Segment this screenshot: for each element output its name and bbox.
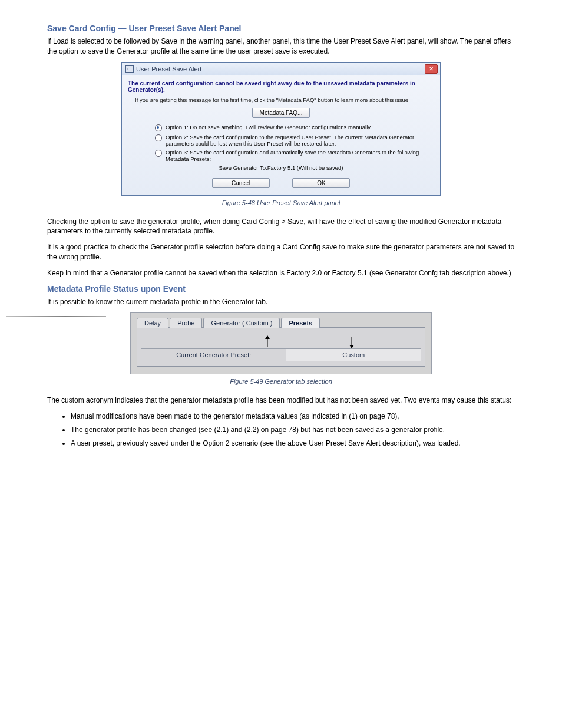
option1-label: Option 1: Do not save anything. I will r… xyxy=(166,124,372,130)
paragraph-sec2-2: It is a good practice to check the Gener… xyxy=(47,242,515,262)
paragraph-sec3-explain: The custom acronym indicates that the ge… xyxy=(47,396,515,406)
section-heading-save-alert: Save Card Config — User Preset Save Aler… xyxy=(47,24,515,33)
list-item: The generator profile has been changed (… xyxy=(71,425,515,435)
svg-marker-2 xyxy=(265,335,270,339)
list-item: A user preset, previously saved under th… xyxy=(71,439,515,449)
dialog-title: User Preset Save Alert xyxy=(136,65,201,73)
option1-radio[interactable] xyxy=(155,124,162,131)
svg-line-0 xyxy=(6,316,106,317)
close-icon[interactable]: ✕ xyxy=(425,64,438,74)
save-generator-to-line: Save Generator To:Factory 5.1 (Will not … xyxy=(128,164,434,171)
bullet-list: Manual modifications have been made to t… xyxy=(59,411,515,448)
figure-caption-48: Figure 5-48 User Preset Save Alert panel xyxy=(47,199,515,206)
window-icon: ▭ xyxy=(125,65,134,73)
current-generator-preset-label: Current Generator Preset: xyxy=(141,348,286,361)
svg-marker-4 xyxy=(349,345,354,348)
tab-presets[interactable]: Presets xyxy=(281,318,320,328)
paragraph-sec3-lead: It is possible to know the current metad… xyxy=(47,297,515,307)
tab-generator[interactable]: Generator ( Custom ) xyxy=(203,318,280,328)
tab-delay[interactable]: Delay xyxy=(137,318,168,328)
paragraph-sec2-3: Keep in mind that a Generator profile ca… xyxy=(47,268,515,278)
option2-radio[interactable] xyxy=(155,134,162,141)
dialog-subtext: If you are getting this message for the … xyxy=(135,97,434,103)
figure-caption-49: Figure 5-49 Generator tab selection xyxy=(47,378,515,385)
metadata-faq-button[interactable]: Metadata FAQ... xyxy=(252,108,310,118)
paragraph-save-alert-intro: If Load is selected to be followed by Sa… xyxy=(47,37,515,57)
paragraph-sec2-1: Checking the option to save the generato… xyxy=(47,217,515,237)
option2-label: Option 2: Save the card configuration to… xyxy=(166,134,434,147)
tab-probe[interactable]: Probe xyxy=(170,318,202,328)
current-generator-preset-value: Custom xyxy=(286,348,421,361)
user-preset-save-alert-dialog: ▭ User Preset Save Alert ✕ The current c… xyxy=(121,62,441,196)
option3-radio[interactable] xyxy=(155,150,162,157)
ok-button[interactable]: OK xyxy=(292,178,350,188)
arrows-icon xyxy=(141,335,421,348)
section-heading-metadata-status: Metadata Profile Status upon Event xyxy=(47,284,515,294)
cancel-button[interactable]: Cancel xyxy=(212,178,270,188)
option3-label: Option 3: Save the card configuration an… xyxy=(166,149,434,162)
connector-line-icon xyxy=(6,316,106,317)
generator-tabs-screenshot: Delay Probe Generator ( Custom ) Presets xyxy=(130,312,432,374)
list-item: Manual modifications have been made to t… xyxy=(71,411,515,421)
dialog-heading: The current card configuration cannot be… xyxy=(128,80,434,93)
dialog-titlebar: ▭ User Preset Save Alert ✕ xyxy=(122,63,440,75)
